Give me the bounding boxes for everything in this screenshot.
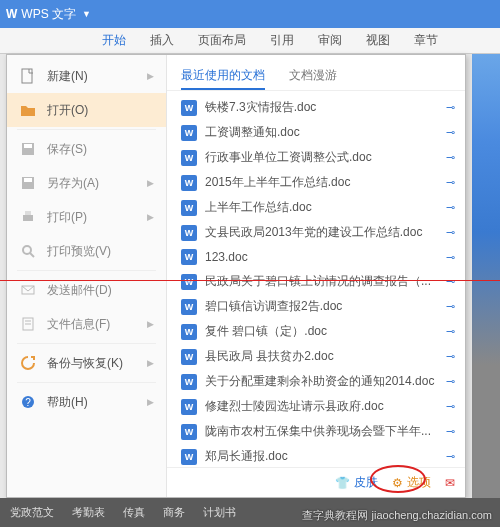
sidebar-item-print[interactable]: 打印(P)▶ bbox=[7, 200, 166, 234]
bottom-tab-2[interactable]: 传真 bbox=[123, 505, 145, 520]
recent-file-item[interactable]: W县民政局 县扶贫办2.doc⊸ bbox=[167, 344, 465, 369]
backup-icon bbox=[19, 354, 37, 372]
gear-icon: ⚙ bbox=[392, 476, 403, 490]
sidebar-label: 发送邮件(D) bbox=[47, 282, 112, 299]
help-icon: ? bbox=[19, 393, 37, 411]
pin-icon[interactable]: ⊸ bbox=[446, 151, 455, 164]
recent-file-item[interactable]: W上半年工作总结.doc⊸ bbox=[167, 195, 465, 220]
chevron-right-icon: ▶ bbox=[147, 319, 154, 329]
recent-file-item[interactable]: W2015年上半年工作总结.doc⊸ bbox=[167, 170, 465, 195]
pin-icon[interactable]: ⊸ bbox=[446, 425, 455, 438]
sidebar-label: 帮助(H) bbox=[47, 394, 88, 411]
skin-button[interactable]: 👕 皮肤 bbox=[335, 474, 378, 491]
menu-1[interactable]: 插入 bbox=[138, 32, 186, 49]
recent-file-item[interactable]: W工资调整通知.doc⊸ bbox=[167, 120, 465, 145]
bottom-tab-1[interactable]: 考勤表 bbox=[72, 505, 105, 520]
svg-point-7 bbox=[23, 246, 31, 254]
recent-file-item[interactable]: W行政事业单位工资调整公式.doc⊸ bbox=[167, 145, 465, 170]
title-bar: W WPS 文字 ▼ bbox=[0, 0, 500, 28]
word-file-icon: W bbox=[181, 374, 197, 390]
file-name: 郑局长通报.doc bbox=[205, 448, 288, 465]
chevron-right-icon: ▶ bbox=[147, 358, 154, 368]
recent-file-item[interactable]: W关于分配重建剩余补助资金的通知2014.doc⊸ bbox=[167, 369, 465, 394]
file-name: 陇南市农村五保集中供养现场会暨下半年... bbox=[205, 423, 431, 440]
sidebar-item-backup[interactable]: 备份与恢复(K)▶ bbox=[7, 346, 166, 380]
file-name: 民政局关于碧口镇上访情况的调查报告（... bbox=[205, 273, 431, 290]
pin-icon[interactable]: ⊸ bbox=[446, 350, 455, 363]
file-menu-footer: 👕 皮肤 ⚙ 选项 ✉ bbox=[167, 467, 465, 497]
recent-file-item[interactable]: W复件 碧口镇（定）.doc⊸ bbox=[167, 319, 465, 344]
bottom-tab-3[interactable]: 商务 bbox=[163, 505, 185, 520]
pin-icon[interactable]: ⊸ bbox=[446, 126, 455, 139]
recent-file-item[interactable]: W陇南市农村五保集中供养现场会暨下半年...⊸ bbox=[167, 419, 465, 444]
recent-file-item[interactable]: W碧口镇信访调查报2告.doc⊸ bbox=[167, 294, 465, 319]
file-name: 上半年工作总结.doc bbox=[205, 199, 312, 216]
word-file-icon: W bbox=[181, 424, 197, 440]
titlebar-dropdown-icon[interactable]: ▼ bbox=[82, 9, 91, 19]
pin-icon[interactable]: ⊸ bbox=[446, 375, 455, 388]
pin-icon[interactable]: ⊸ bbox=[446, 201, 455, 214]
word-file-icon: W bbox=[181, 349, 197, 365]
file-menu-dropdown: 新建(N)▶打开(O)保存(S)另存为(A)▶打印(P)▶打印预览(V)发送邮件… bbox=[6, 54, 466, 498]
pin-icon[interactable]: ⊸ bbox=[446, 176, 455, 189]
mail-button[interactable]: ✉ bbox=[445, 476, 455, 490]
pin-icon[interactable]: ⊸ bbox=[446, 251, 455, 264]
tab-0[interactable]: 最近使用的文档 bbox=[181, 63, 265, 90]
pin-icon[interactable]: ⊸ bbox=[446, 325, 455, 338]
new-icon bbox=[19, 67, 37, 85]
word-file-icon: W bbox=[181, 249, 197, 265]
options-button[interactable]: ⚙ 选项 bbox=[392, 474, 431, 491]
watermark: 查字典教程网 jiaocheng.chazidian.com bbox=[302, 508, 492, 523]
bottom-tab-0[interactable]: 党政范文 bbox=[10, 505, 54, 520]
svg-line-8 bbox=[30, 253, 34, 257]
sidebar-item-info[interactable]: 文件信息(F)▶ bbox=[7, 307, 166, 341]
menu-0[interactable]: 开始 bbox=[90, 32, 138, 49]
file-name: 修建烈士陵园选址请示县政府.doc bbox=[205, 398, 384, 415]
tab-1[interactable]: 文档漫游 bbox=[289, 63, 337, 90]
sidebar-item-send[interactable]: 发送邮件(D) bbox=[7, 273, 166, 307]
file-name: 复件 碧口镇（定）.doc bbox=[205, 323, 327, 340]
file-name: 行政事业单位工资调整公式.doc bbox=[205, 149, 372, 166]
chevron-right-icon: ▶ bbox=[147, 178, 154, 188]
svg-rect-0 bbox=[22, 69, 32, 83]
pin-icon[interactable]: ⊸ bbox=[446, 300, 455, 313]
recent-file-item[interactable]: W民政局关于碧口镇上访情况的调查报告（...⊸ bbox=[167, 269, 465, 294]
preview-icon bbox=[19, 242, 37, 260]
recent-file-list: W铁楼7.3灾情报告.doc⊸W工资调整通知.doc⊸W行政事业单位工资调整公式… bbox=[167, 91, 465, 467]
bottom-tab-4[interactable]: 计划书 bbox=[203, 505, 236, 520]
pin-icon[interactable]: ⊸ bbox=[446, 226, 455, 239]
sidebar-item-open[interactable]: 打开(O) bbox=[7, 93, 166, 127]
sidebar-item-preview[interactable]: 打印预览(V) bbox=[7, 234, 166, 268]
file-menu-main: 最近使用的文档文档漫游 W铁楼7.3灾情报告.doc⊸W工资调整通知.doc⊸W… bbox=[167, 55, 465, 497]
menu-6[interactable]: 章节 bbox=[402, 32, 450, 49]
recent-file-item[interactable]: W铁楼7.3灾情报告.doc⊸ bbox=[167, 95, 465, 120]
word-file-icon: W bbox=[181, 324, 197, 340]
recent-file-item[interactable]: W文县民政局2013年党的建设工作总结.doc⊸ bbox=[167, 220, 465, 245]
menu-2[interactable]: 页面布局 bbox=[186, 32, 258, 49]
recent-file-item[interactable]: W123.doc⊸ bbox=[167, 245, 465, 269]
pin-icon[interactable]: ⊸ bbox=[446, 275, 455, 288]
file-name: 碧口镇信访调查报2告.doc bbox=[205, 298, 342, 315]
sidebar-label: 文件信息(F) bbox=[47, 316, 110, 333]
svg-rect-2 bbox=[24, 144, 32, 148]
app-name: WPS 文字 bbox=[21, 6, 76, 23]
svg-rect-6 bbox=[25, 211, 31, 215]
menu-5[interactable]: 视图 bbox=[354, 32, 402, 49]
menu-bar: 开始插入页面布局引用审阅视图章节 bbox=[0, 28, 500, 54]
sidebar-label: 打印预览(V) bbox=[47, 243, 111, 260]
file-name: 2015年上半年工作总结.doc bbox=[205, 174, 350, 191]
sidebar-item-saveas[interactable]: 另存为(A)▶ bbox=[7, 166, 166, 200]
word-file-icon: W bbox=[181, 225, 197, 241]
sidebar-item-help[interactable]: ?帮助(H)▶ bbox=[7, 385, 166, 419]
menu-3[interactable]: 引用 bbox=[258, 32, 306, 49]
recent-file-item[interactable]: W郑局长通报.doc⊸ bbox=[167, 444, 465, 467]
recent-file-item[interactable]: W修建烈士陵园选址请示县政府.doc⊸ bbox=[167, 394, 465, 419]
file-name: 工资调整通知.doc bbox=[205, 124, 300, 141]
pin-icon[interactable]: ⊸ bbox=[446, 101, 455, 114]
save-icon bbox=[19, 140, 37, 158]
sidebar-item-save[interactable]: 保存(S) bbox=[7, 132, 166, 166]
menu-4[interactable]: 审阅 bbox=[306, 32, 354, 49]
pin-icon[interactable]: ⊸ bbox=[446, 400, 455, 413]
pin-icon[interactable]: ⊸ bbox=[446, 450, 455, 463]
sidebar-item-new[interactable]: 新建(N)▶ bbox=[7, 59, 166, 93]
